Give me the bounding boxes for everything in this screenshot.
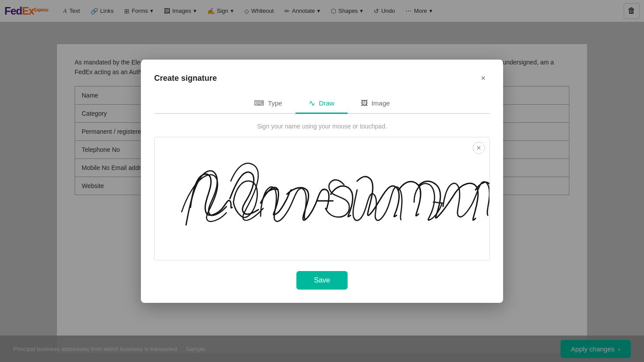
create-signature-modal: Create signature × ⌨ Type ∿ Draw 🖼 Image… bbox=[141, 60, 503, 303]
type-tab-icon: ⌨ bbox=[254, 99, 264, 107]
modal-tabs: ⌨ Type ∿ Draw 🖼 Image bbox=[154, 94, 490, 114]
draw-tab-icon: ∿ bbox=[309, 98, 315, 108]
modal-close-button[interactable]: × bbox=[477, 72, 490, 85]
signature-drawing-area[interactable]: ✕ bbox=[154, 137, 490, 260]
tab-image[interactable]: 🖼 Image bbox=[348, 94, 403, 114]
modal-header: Create signature × bbox=[154, 72, 490, 85]
modal-overlay: Create signature × ⌨ Type ∿ Draw 🖼 Image… bbox=[0, 0, 644, 362]
type-tab-label: Type bbox=[268, 99, 282, 107]
save-signature-button[interactable]: Save bbox=[296, 271, 348, 290]
tab-type[interactable]: ⌨ Type bbox=[241, 94, 295, 114]
image-tab-label: Image bbox=[371, 99, 390, 107]
modal-instruction: Sign your name using your mouse or touch… bbox=[154, 123, 490, 130]
image-tab-icon: 🖼 bbox=[361, 99, 368, 107]
signature-svg bbox=[155, 137, 489, 260]
tab-draw[interactable]: ∿ Draw bbox=[295, 94, 348, 114]
modal-title: Create signature bbox=[154, 74, 217, 83]
draw-tab-label: Draw bbox=[319, 99, 334, 107]
clear-drawing-button[interactable]: ✕ bbox=[473, 142, 485, 154]
clear-icon: ✕ bbox=[476, 144, 481, 151]
